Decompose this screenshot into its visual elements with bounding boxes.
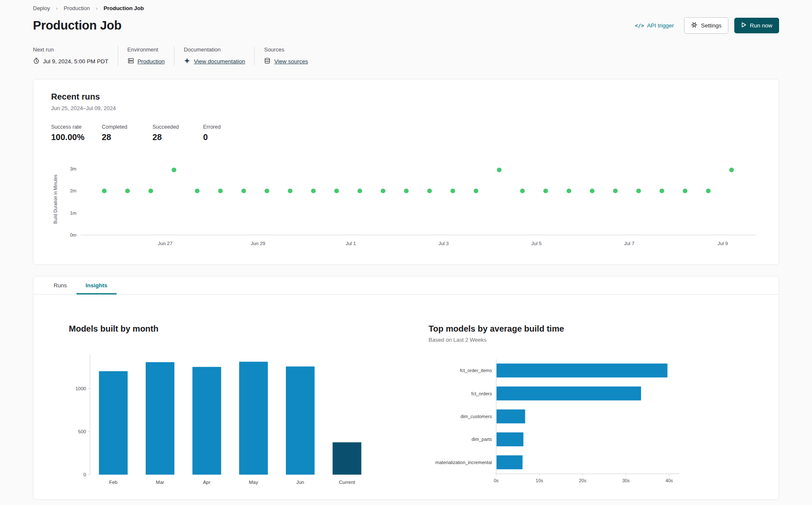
stat-completed: Completed 28 [102, 124, 136, 142]
settings-button-label: Settings [701, 22, 722, 29]
svg-text:40s: 40s [665, 478, 673, 483]
recent-runs-title: Recent runs [51, 92, 761, 102]
svg-text:materialization_incremental: materialization_incremental [435, 460, 492, 465]
svg-text:500: 500 [78, 429, 86, 434]
svg-text:0: 0 [84, 472, 86, 477]
svg-text:May: May [249, 480, 258, 485]
code-icon: </> [635, 23, 644, 29]
environment-label: Environment [128, 46, 165, 53]
job-detail-card: Runs Insights Models built by month 0500… [33, 276, 779, 500]
settings-button[interactable]: Settings [684, 17, 728, 34]
top-models-subtitle: Based on Last 2 Weeks [429, 337, 703, 343]
svg-text:fct_orders: fct_orders [471, 391, 492, 396]
run-now-button-label: Run now [750, 22, 772, 29]
stat-succeeded: Succeeded 28 [152, 124, 187, 142]
svg-text:Current: Current [339, 480, 355, 485]
next-run-value: Jul 9, 2024, 5:00 PM PDT [43, 58, 109, 65]
docs-icon [184, 57, 190, 65]
vertical-divider [118, 46, 118, 65]
tab-bar: Runs Insights [33, 276, 779, 294]
stat-success-rate: Success rate 100.00% [51, 124, 86, 142]
view-sources-link[interactable]: View sources [274, 58, 308, 65]
header-actions: </> API trigger [635, 17, 779, 34]
svg-text:Jul 1: Jul 1 [346, 241, 356, 246]
breadcrumb: Deploy › Production › Production Job [33, 5, 779, 11]
svg-text:Feb: Feb [109, 480, 117, 485]
production-job-page: Deploy › Production › Production Job Pro… [0, 0, 812, 500]
svg-text:Jul 9: Jul 9 [717, 241, 728, 246]
api-trigger-label: API trigger [647, 22, 674, 29]
models-by-month-chart-svg: 05001000FebMarAprMayJunCurrent [69, 349, 381, 489]
api-trigger-link[interactable]: </> API trigger [635, 22, 673, 29]
stat-errored: Errored 0 [203, 124, 238, 142]
svg-text:Apr: Apr [203, 480, 211, 485]
svg-text:Jun: Jun [296, 480, 304, 485]
run-now-button[interactable]: Run now [734, 18, 779, 33]
clock-icon [33, 57, 40, 65]
svg-text:1m: 1m [70, 211, 76, 216]
svg-text:1000: 1000 [75, 386, 86, 391]
environment-section: Environment Production [128, 46, 165, 65]
svg-text:20s: 20s [579, 478, 587, 483]
tab-runs[interactable]: Runs [44, 276, 76, 294]
svg-text:Build Duration in Minutes: Build Duration in Minutes [53, 175, 58, 224]
breadcrumb-item-deploy[interactable]: Deploy [33, 5, 50, 11]
svg-text:dim_parts: dim_parts [472, 437, 492, 442]
insights-panel: Models built by month 05001000FebMarAprM… [33, 294, 779, 493]
documentation-section: Documentation View documentation [184, 46, 245, 65]
environment-link[interactable]: Production [138, 58, 165, 65]
svg-text:30s: 30s [622, 478, 630, 483]
recent-runs-stats: Success rate 100.00% Completed 28 Succee… [51, 124, 761, 142]
database-icon [264, 57, 271, 65]
svg-text:Jul 3: Jul 3 [438, 241, 448, 246]
page-header: Production Job </> API trigger [33, 17, 779, 34]
vertical-divider [254, 46, 255, 65]
environment-icon [128, 57, 134, 65]
job-info-bar: Next run Jul 9, 2024, 5:00 PM PDT Enviro… [33, 46, 779, 65]
svg-text:Jul 7: Jul 7 [624, 241, 634, 246]
top-models-chart-svg: 0s10s20s30s40sfct_order_itemsfct_ordersd… [429, 353, 703, 493]
next-run-section: Next run Jul 9, 2024, 5:00 PM PDT [33, 46, 109, 65]
vertical-divider [174, 46, 174, 65]
svg-text:Mar: Mar [156, 480, 164, 485]
svg-text:Jul 5: Jul 5 [531, 241, 541, 246]
view-documentation-link[interactable]: View documentation [194, 58, 245, 65]
recent-runs-date-range: Jun 25, 2024–Jul 09, 2024 [51, 105, 761, 111]
breadcrumb-item-current: Production Job [103, 5, 144, 11]
svg-text:10s: 10s [536, 478, 543, 483]
breadcrumb-item-production[interactable]: Production [64, 5, 90, 11]
svg-text:2m: 2m [70, 188, 76, 193]
page-title: Production Job [33, 19, 122, 32]
svg-text:Jun 27: Jun 27 [158, 241, 173, 246]
top-models-title: Top models by average build time [429, 324, 703, 334]
svg-text:0s: 0s [494, 478, 499, 483]
svg-text:dim_customers: dim_customers [460, 414, 492, 419]
svg-text:Jun 29: Jun 29 [251, 241, 266, 246]
play-icon [741, 22, 747, 29]
sources-label: Sources [264, 46, 308, 53]
svg-text:3m: 3m [70, 166, 76, 171]
svg-text:fct_order_items: fct_order_items [460, 368, 492, 373]
models-by-month-title: Models built by month [69, 324, 429, 334]
recent-runs-card: Recent runs Jun 25, 2024–Jul 09, 2024 Su… [33, 79, 779, 265]
models-by-month-section: Models built by month 05001000FebMarAprM… [69, 324, 429, 493]
build-duration-chart: 0m1m2m3mBuild Duration in MinutesJun 27J… [51, 155, 761, 254]
chevron-right-icon: › [96, 5, 98, 11]
gear-icon [691, 22, 698, 30]
build-duration-chart-svg: 0m1m2m3mBuild Duration in MinutesJun 27J… [51, 155, 762, 253]
sources-section: Sources View sources [264, 46, 308, 65]
chevron-right-icon: › [56, 5, 57, 11]
svg-text:0m: 0m [70, 232, 76, 238]
top-models-section: Top models by average build time Based o… [429, 324, 703, 493]
tab-insights[interactable]: Insights [76, 276, 117, 294]
documentation-label: Documentation [184, 46, 245, 53]
next-run-label: Next run [33, 46, 109, 53]
